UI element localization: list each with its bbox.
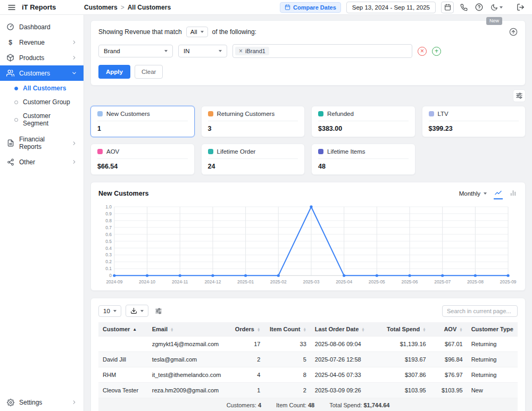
table-cell: $103.95	[377, 383, 430, 398]
table-row[interactable]: Cleova Testerreza.hm2009@gmail.com122025…	[98, 383, 518, 398]
metric-label: Refunded	[327, 111, 354, 117]
table-cell: tesla@gmail.com	[148, 352, 231, 367]
filter-value-input[interactable]: × iBrand1	[232, 44, 412, 58]
filter-panel: Showing Revenue that match All of the fo…	[90, 20, 526, 86]
sidebar-item-label: Dashboard	[19, 23, 51, 31]
column-header[interactable]: Orders▲▼	[231, 322, 265, 337]
metric-card[interactable]: Refunded$383.00	[311, 106, 415, 137]
metric-card[interactable]: AOV$66.54	[90, 144, 195, 175]
sort-icon: ▲▼	[170, 328, 173, 332]
sidebar-item-financial-reports[interactable]: Financial Reports	[0, 132, 84, 154]
metric-color-dot	[429, 111, 434, 116]
phone-icon[interactable]	[459, 3, 469, 12]
clear-button[interactable]: Clear	[135, 65, 163, 79]
top-header: iT Reports Customers > All Customers Com…	[0, 0, 532, 15]
sidebar-item-revenue[interactable]: $ Revenue	[0, 35, 84, 50]
table-row[interactable]: RHMit_test@ithemelandco.com482025-04-05 …	[98, 367, 518, 383]
column-header[interactable]: Customer Type	[467, 322, 518, 337]
table-cell: zgmykt14j@mozmail.com	[148, 337, 231, 352]
sidebar: Dashboard $ Revenue Products Customers	[0, 15, 84, 411]
theme-toggle-button[interactable]	[489, 3, 504, 12]
summary-item: Item Count: 48	[276, 402, 314, 408]
sidebar-item-dashboard[interactable]: Dashboard	[0, 19, 84, 35]
apply-button[interactable]: Apply	[98, 65, 130, 79]
column-header[interactable]: Customer▲	[98, 322, 148, 337]
hamburger-menu-icon[interactable]	[6, 2, 17, 13]
search-input[interactable]	[442, 305, 518, 317]
svg-text:2025-01: 2025-01	[237, 279, 254, 284]
collapse-filters-icon[interactable]	[509, 28, 518, 36]
sidebar-subitem-customer-group[interactable]: Customer Group	[0, 95, 84, 109]
chevron-right-icon	[71, 55, 77, 61]
sidebar-item-label: Products	[19, 54, 44, 62]
summary-item: Total Spend: $1,744.64	[329, 402, 389, 408]
line-chart-icon[interactable]	[494, 188, 503, 199]
sidebar-item-products[interactable]: Products	[0, 50, 84, 65]
bullet-icon	[14, 87, 18, 90]
table-row[interactable]: David Jilltesla@gmail.com252025-07-26 12…	[98, 352, 518, 367]
page-size-select[interactable]: 10	[98, 305, 121, 317]
sort-asc-icon: ▲	[132, 328, 137, 332]
filter-operator-select[interactable]: IN	[178, 45, 227, 57]
gear-icon	[6, 398, 14, 406]
metric-card[interactable]: New Customers1	[90, 106, 195, 137]
add-condition-icon[interactable]: +	[432, 47, 441, 56]
customers-icon	[6, 69, 14, 77]
sidebar-item-other[interactable]: Other	[0, 154, 84, 170]
metric-card[interactable]: Returning Customers3	[201, 106, 305, 137]
metric-label: Lifetime Order	[217, 148, 256, 155]
table-cell: 17	[231, 337, 265, 352]
compare-dates-label: Compare Dates	[293, 4, 336, 11]
breadcrumb-section[interactable]: Customers	[84, 4, 118, 11]
match-type-select[interactable]: All	[186, 27, 208, 37]
sidebar-item-customers[interactable]: Customers	[0, 65, 84, 81]
table-cell: 5	[264, 352, 310, 367]
table-panel: 10 Customer▲Email▲▼Orders▲▼Item Count▲▼L…	[90, 298, 526, 411]
svg-text:0.1: 0.1	[105, 266, 112, 271]
date-range-picker[interactable]: Sep 13, 2024 - Sep 11, 2025	[346, 2, 436, 13]
table-cell: it_test@ithemelandco.com	[148, 367, 231, 383]
logout-icon[interactable]	[516, 2, 526, 12]
svg-text:0.9: 0.9	[105, 211, 112, 216]
metric-card[interactable]: LTV$399.23	[422, 106, 526, 137]
column-header[interactable]: Item Count▲▼	[264, 322, 310, 337]
column-header[interactable]: AOV▲▼	[430, 322, 467, 337]
svg-text:2025-08: 2025-08	[467, 279, 484, 284]
customize-metrics-icon[interactable]	[513, 89, 526, 102]
metric-label: New Customers	[106, 111, 150, 117]
compare-dates-button[interactable]: Compare Dates	[280, 2, 341, 13]
sidebar-item-label: Financial Reports	[19, 136, 66, 150]
divider	[318, 121, 409, 121]
column-header[interactable]: Total Spend▲▼	[377, 322, 430, 337]
help-icon[interactable]	[474, 2, 484, 12]
metric-card[interactable]: Lifetime Order24	[201, 144, 305, 175]
sidebar-subitem-all-customers[interactable]: All Customers	[0, 81, 84, 95]
metric-label: AOV	[106, 148, 119, 155]
download-icon	[130, 307, 137, 314]
table-row[interactable]: zgmykt14j@mozmail.com17332025-08-06 09:0…	[98, 337, 518, 352]
table-cell: Cleova Tester	[98, 383, 148, 398]
svg-text:0.2: 0.2	[105, 259, 112, 264]
table-cell: Returning	[467, 352, 518, 367]
svg-text:2025-07: 2025-07	[434, 279, 451, 284]
interval-value: Monthly	[459, 190, 480, 197]
remove-tag-icon[interactable]: ×	[239, 48, 243, 54]
chevron-down-icon	[71, 70, 77, 76]
filter-field-select[interactable]: Brand	[98, 45, 173, 57]
metric-card[interactable]: Lifetime Items48	[311, 144, 415, 175]
interval-select[interactable]: Monthly	[458, 189, 488, 198]
revenue-icon: $	[6, 38, 14, 46]
table-filter-icon[interactable]	[153, 305, 164, 317]
breadcrumb-separator: >	[121, 4, 124, 11]
sidebar-item-label: Customers	[19, 70, 50, 77]
bar-chart-icon[interactable]	[509, 188, 518, 199]
column-header[interactable]: Email▲▼	[148, 322, 231, 337]
sidebar-subitem-customer-segment[interactable]: Customer Segment	[0, 109, 84, 130]
sidebar-item-settings[interactable]: Settings	[0, 395, 84, 410]
export-button[interactable]	[126, 305, 148, 317]
table-cell: David Jill	[98, 352, 148, 367]
column-header[interactable]: Last Order Date▲▼	[311, 322, 377, 337]
chart-controls: Monthly	[458, 188, 518, 199]
calendar-picker-icon[interactable]	[441, 2, 454, 13]
remove-condition-icon[interactable]: ×	[418, 47, 427, 56]
